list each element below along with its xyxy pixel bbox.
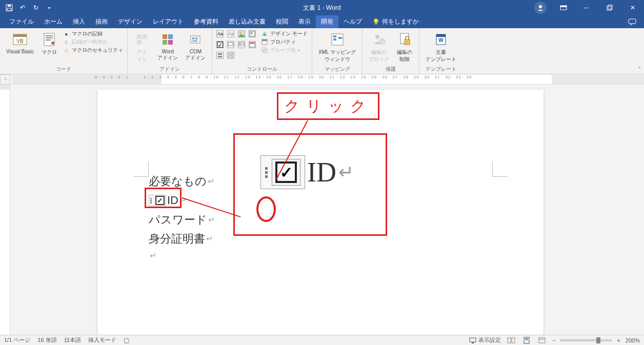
- zoom-level[interactable]: 200%: [626, 337, 640, 343]
- svg-rect-38: [218, 56, 222, 57]
- combo-box-control-icon[interactable]: [227, 41, 234, 48]
- status-insert-mode[interactable]: 挿入モード: [88, 336, 116, 344]
- tab-insert[interactable]: 挿入: [68, 15, 90, 28]
- rich-text-control-icon[interactable]: Aa: [216, 30, 224, 37]
- svg-rect-18: [143, 34, 147, 39]
- svg-rect-58: [472, 342, 474, 343]
- save-icon[interactable]: [5, 4, 13, 12]
- close-button[interactable]: ✕: [621, 0, 644, 15]
- document-area: 必要なもの↵ ✓ ID↵ パスワード↵ 身分証明書↵ ↵ ✓ ID ↵: [0, 85, 644, 335]
- tab-references[interactable]: 参考資料: [189, 15, 224, 28]
- checkbox-control-icon[interactable]: ☑: [216, 41, 224, 48]
- tab-help[interactable]: ヘルプ: [338, 15, 367, 28]
- title-bar: ↶ ↻ ▾ 文書 1 - Word ─ ✕: [0, 0, 644, 15]
- document-body[interactable]: 必要なもの↵ ✓ ID↵ パスワード↵ 身分証明書↵ ↵: [149, 172, 215, 262]
- warning-icon: ⚠: [63, 47, 70, 54]
- properties-button[interactable]: プロパティ: [261, 38, 308, 46]
- xml-mapping-button[interactable]: XML マッピング ウィンドウ: [316, 30, 358, 64]
- status-language[interactable]: 日本語: [64, 336, 81, 344]
- macros-button[interactable]: マクロ: [39, 30, 59, 57]
- annotation-click-label: クリック: [284, 96, 372, 117]
- repeating-section-control-icon[interactable]: [216, 52, 224, 59]
- user-avatar-icon[interactable]: [534, 2, 547, 14]
- macro-security-button[interactable]: ⚠マクロのセキュリティ: [63, 47, 123, 54]
- tab-file[interactable]: ファイル: [4, 15, 39, 28]
- svg-rect-14: [46, 37, 53, 38]
- paragraph-mark-icon: ↵: [208, 213, 215, 227]
- svg-rect-23: [168, 40, 173, 45]
- ribbon-tabs: ファイル ホーム 挿入 描画 デザイン レイアウト 参考資料 差し込み文書 校閲…: [0, 15, 644, 28]
- annotation-highlight-small: [145, 188, 182, 208]
- document-template-button[interactable]: W 文書 テンプレート: [424, 30, 458, 64]
- qat-customize-icon[interactable]: ▾: [45, 4, 53, 12]
- group-icon: [261, 47, 268, 54]
- svg-rect-57: [470, 338, 476, 342]
- maximize-button[interactable]: [598, 0, 621, 15]
- status-macro-icon[interactable]: ▢: [124, 337, 129, 344]
- tab-home[interactable]: ホーム: [39, 15, 68, 28]
- svg-point-3: [539, 5, 542, 8]
- group-label-code: コード: [4, 65, 123, 74]
- tab-draw[interactable]: 描画: [90, 15, 113, 28]
- display-settings-button[interactable]: 表示設定: [469, 336, 501, 344]
- paragraph-mark-icon: ↵: [150, 249, 156, 262]
- window-title: 文書 1 - Word: [303, 4, 340, 12]
- svg-rect-20: [163, 34, 167, 39]
- tab-selector[interactable]: └: [0, 74, 10, 85]
- undo-icon[interactable]: ↶: [18, 4, 27, 12]
- tab-mailings[interactable]: 差し込み文書: [224, 15, 271, 28]
- svg-rect-46: [333, 35, 336, 37]
- svg-rect-53: [405, 39, 410, 45]
- svg-rect-1: [8, 5, 11, 7]
- design-mode-button[interactable]: デザイン モード: [261, 30, 308, 37]
- minimize-button[interactable]: ─: [575, 0, 598, 15]
- status-page[interactable]: 1/1 ページ: [4, 336, 30, 344]
- svg-rect-6: [607, 6, 611, 10]
- horizontal-ruler-row: └ 5 · 4 · 3 · 2 · 1 · · 1 · 2 · 3 · 4 · …: [0, 74, 644, 85]
- tab-review[interactable]: 校閲: [271, 15, 293, 28]
- tab-view[interactable]: 表示: [293, 15, 316, 28]
- zoom-slider[interactable]: [560, 339, 612, 341]
- print-layout-view-icon[interactable]: [521, 336, 532, 344]
- tab-developer[interactable]: 開発: [316, 15, 338, 28]
- word-addins-button[interactable]: Word アドイン: [155, 30, 180, 63]
- record-macro-button[interactable]: ●マクロの記録: [63, 30, 123, 37]
- com-addins-button[interactable]: COM アドイン: [183, 30, 208, 63]
- svg-rect-61: [524, 337, 529, 343]
- date-picker-control-icon[interactable]: [249, 41, 256, 48]
- dropdown-control-icon[interactable]: [238, 41, 245, 48]
- vertical-ruler[interactable]: [0, 85, 10, 335]
- comments-icon[interactable]: [628, 15, 636, 28]
- visual-basic-button[interactable]: VB Visual Basic: [4, 30, 36, 55]
- ribbon-group-code: VB Visual Basic マクロ ●マクロの記録 ⏸記録の一時停止 ⚠マク…: [0, 28, 128, 74]
- zoom-in-button[interactable]: +: [617, 337, 620, 343]
- horizontal-ruler[interactable]: 5 · 4 · 3 · 2 · 1 · · 1 · 2 · 3 · 4 · 5 …: [13, 75, 644, 84]
- plain-text-control-icon[interactable]: Aa: [227, 30, 234, 37]
- picture-control-icon[interactable]: [238, 30, 245, 37]
- tell-me-search[interactable]: 💡 何をしますか: [372, 15, 419, 28]
- addins-button: アド イン: [132, 30, 152, 64]
- tab-design[interactable]: デザイン: [113, 15, 148, 28]
- design-mode-icon: [261, 30, 268, 37]
- svg-rect-26: [195, 37, 197, 39]
- building-block-control-icon[interactable]: [249, 30, 256, 37]
- redo-icon[interactable]: ↻: [32, 4, 40, 12]
- text-line-4: 身分証明書: [149, 229, 205, 248]
- record-icon: ●: [63, 30, 70, 37]
- text-line-3: パスワード: [149, 210, 207, 229]
- svg-rect-17: [137, 34, 142, 39]
- quick-access-toolbar: ↶ ↻ ▾: [0, 4, 53, 12]
- read-mode-view-icon[interactable]: [506, 336, 516, 344]
- tab-layout[interactable]: レイアウト: [148, 15, 189, 28]
- restrict-editing-button[interactable]: 編集の 制限: [394, 30, 415, 64]
- svg-rect-5: [560, 6, 567, 7]
- web-layout-view-icon[interactable]: [537, 336, 547, 344]
- zoom-out-button[interactable]: −: [552, 337, 555, 343]
- legacy-tools-icon[interactable]: [227, 52, 234, 59]
- svg-rect-27: [192, 40, 197, 42]
- ribbon-display-icon[interactable]: [552, 0, 575, 15]
- collapse-ribbon-icon[interactable]: ˄: [638, 66, 641, 72]
- status-word-count[interactable]: 16 単語: [37, 336, 56, 344]
- svg-rect-47: [333, 38, 336, 40]
- com-addins-icon: [187, 31, 204, 48]
